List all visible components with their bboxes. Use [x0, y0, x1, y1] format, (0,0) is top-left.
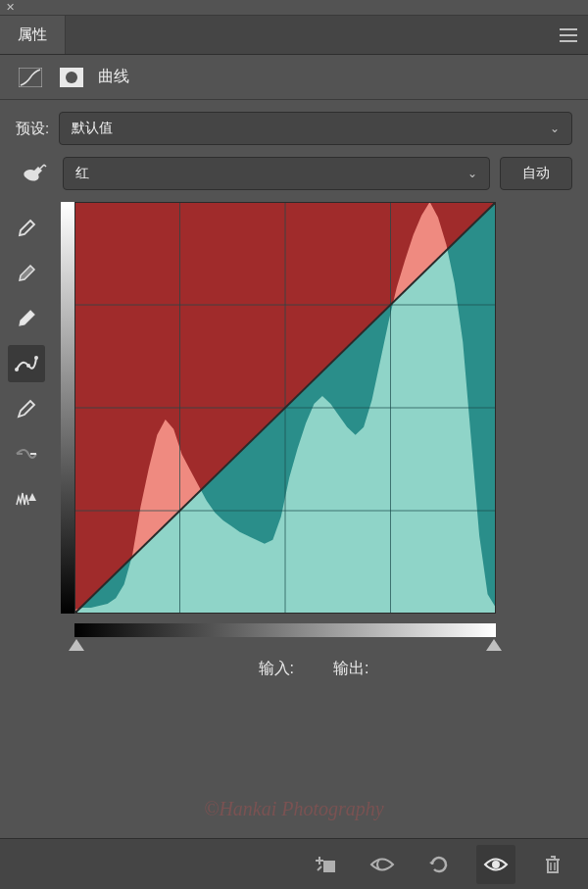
pencil-tool-icon[interactable]	[8, 390, 45, 427]
tab-properties[interactable]: 属性	[0, 16, 66, 54]
preset-select[interactable]: 默认值 ⌄	[59, 112, 572, 145]
section-title: 曲线	[98, 67, 129, 87]
smooth-tool-icon[interactable]	[8, 435, 45, 472]
clip-to-layer-icon[interactable]	[306, 845, 345, 884]
layer-mask-icon	[57, 63, 86, 92]
chevron-down-icon: ⌄	[550, 122, 560, 135]
clip-warning-icon[interactable]	[8, 480, 45, 518]
view-previous-icon[interactable]	[363, 845, 402, 884]
targeted-adjustment-icon[interactable]	[16, 157, 53, 190]
eyedropper-white-icon[interactable]	[8, 300, 45, 337]
input-label: 输入:	[259, 659, 294, 679]
auto-label: 自动	[522, 165, 550, 182]
svg-rect-10	[323, 861, 335, 872]
reset-icon[interactable]	[419, 845, 459, 884]
white-point-slider[interactable]	[486, 639, 502, 651]
eyedropper-black-icon[interactable]	[8, 210, 45, 247]
tab-label: 属性	[18, 25, 47, 44]
output-gradient-strip	[61, 202, 74, 614]
watermark-text: ©Hankai Photography	[0, 798, 588, 820]
svg-point-5	[34, 356, 38, 360]
channel-value: 红	[75, 165, 89, 182]
curves-plot[interactable]	[74, 202, 496, 614]
curves-graph[interactable]	[74, 202, 506, 623]
preset-value: 默认值	[72, 120, 113, 137]
close-icon[interactable]: ✕	[6, 1, 15, 14]
output-label: 输出:	[333, 659, 368, 679]
svg-point-3	[15, 368, 19, 371]
chevron-down-icon: ⌄	[467, 167, 477, 180]
curves-adjustment-icon	[16, 63, 45, 92]
eyedropper-gray-icon[interactable]	[8, 255, 45, 292]
preset-label: 预设:	[16, 120, 49, 138]
svg-point-11	[492, 861, 500, 868]
input-gradient-strip	[74, 623, 496, 637]
black-point-slider[interactable]	[69, 639, 84, 651]
delete-icon[interactable]	[533, 845, 572, 884]
channel-select[interactable]: 红 ⌄	[63, 157, 490, 190]
curve-point-tool-icon[interactable]	[8, 345, 45, 382]
svg-point-4	[26, 364, 30, 368]
visibility-toggle-icon[interactable]	[476, 845, 515, 884]
panel-menu-icon[interactable]	[549, 16, 588, 54]
svg-point-2	[66, 72, 77, 83]
auto-button[interactable]: 自动	[500, 157, 572, 190]
